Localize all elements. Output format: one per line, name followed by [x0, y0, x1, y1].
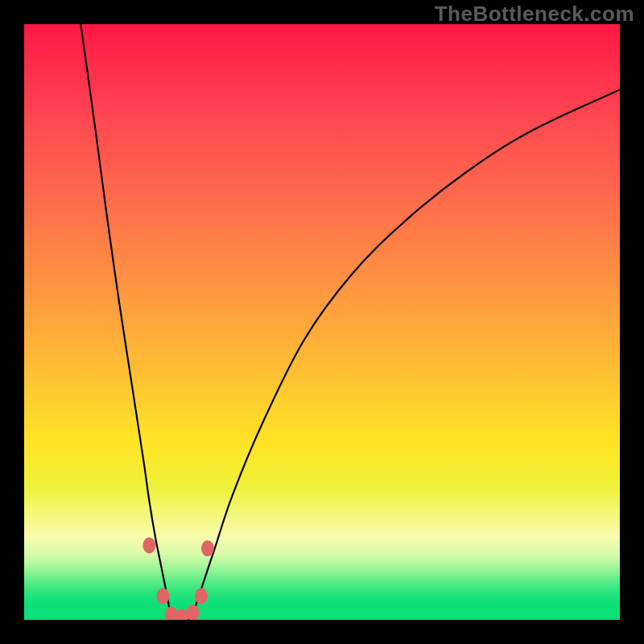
- curve-left-branch: [80, 24, 171, 620]
- curve-svg: [24, 24, 620, 620]
- data-marker: [201, 540, 214, 556]
- plot-area: [24, 24, 620, 620]
- marker-group: [142, 538, 214, 621]
- chart-frame: TheBottleneck.com: [0, 0, 644, 644]
- watermark-text: TheBottleneck.com: [435, 2, 634, 27]
- data-marker: [195, 588, 208, 604]
- curve-right-branch: [191, 89, 620, 620]
- data-marker: [142, 538, 155, 554]
- data-marker: [156, 588, 169, 604]
- data-marker: [186, 605, 199, 620]
